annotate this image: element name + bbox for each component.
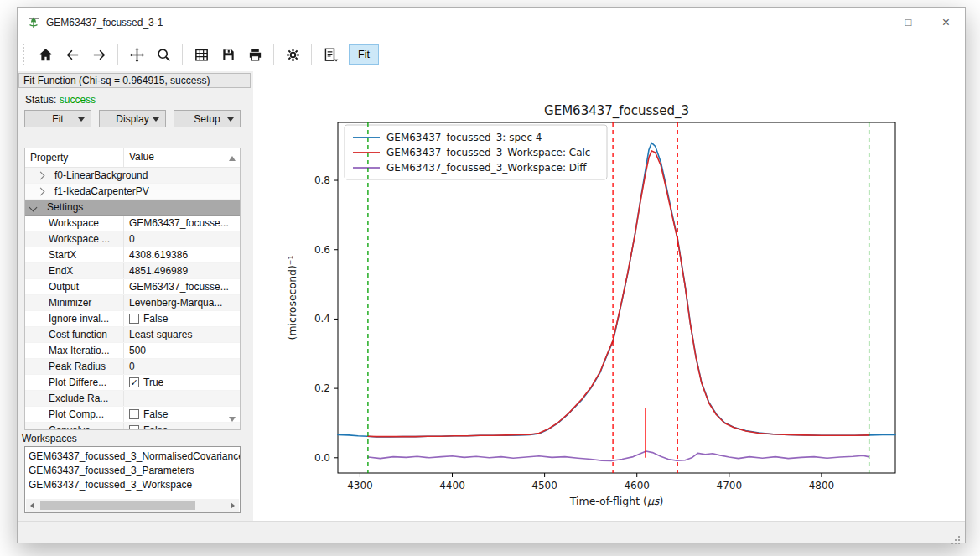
property-name: Peak Radius bbox=[25, 361, 123, 372]
forward-arrow-button[interactable] bbox=[86, 42, 111, 67]
function-row[interactable]: f1-IkedaCarpenterPV bbox=[25, 184, 240, 200]
print-button[interactable] bbox=[242, 42, 267, 67]
checkbox-unchecked-icon[interactable] bbox=[129, 314, 139, 324]
fit-function-dock: Fit Function (Chi-sq = 0.964915, success… bbox=[18, 71, 253, 522]
property-row[interactable]: StartX4308.619386 bbox=[25, 247, 240, 263]
property-row[interactable]: Workspace ...0 bbox=[25, 231, 240, 247]
property-column-header: Property bbox=[25, 152, 123, 164]
hscroll-thumb[interactable] bbox=[40, 501, 195, 510]
property-row[interactable]: Plot Comp...False bbox=[25, 407, 240, 423]
property-row[interactable]: Ignore inval...False bbox=[25, 311, 240, 327]
property-value-cell: GEM63437_focusse... bbox=[123, 279, 240, 294]
property-value: Levenberg-Marqua... bbox=[129, 297, 222, 309]
property-table-scrollbar[interactable] bbox=[226, 149, 239, 429]
fit-toggle-button[interactable]: Fit bbox=[349, 44, 379, 65]
maximize-button[interactable]: □ bbox=[889, 8, 927, 38]
forward-arrow-icon bbox=[91, 47, 107, 63]
display-dropdown-button[interactable]: Display bbox=[99, 110, 166, 127]
function-row[interactable]: f0-LinearBackground bbox=[25, 168, 240, 184]
property-value-cell: GEM63437_focusse... bbox=[123, 216, 240, 231]
print-icon bbox=[247, 47, 263, 63]
status-value: success bbox=[60, 94, 96, 106]
property-row[interactable]: Convolve ...False bbox=[25, 423, 240, 430]
generate-script-button[interactable] bbox=[318, 42, 343, 67]
plot-legend: GEM63437_focussed_3: spec 4GEM63437_focu… bbox=[345, 125, 607, 179]
workspaces-hscrollbar[interactable] bbox=[26, 499, 239, 512]
function-name: f0-LinearBackground bbox=[49, 169, 148, 181]
checkbox-checked-icon[interactable]: ✓ bbox=[129, 377, 139, 387]
workspaces-label: Workspaces bbox=[22, 433, 77, 444]
property-value-cell: False bbox=[123, 311, 240, 326]
back-arrow-button[interactable] bbox=[60, 42, 85, 67]
pan-button[interactable] bbox=[124, 42, 149, 67]
dropdown-caret-icon bbox=[78, 117, 85, 122]
fit-window: GEM63437_focussed_3-1 — □ × Fit Fit Func… bbox=[17, 7, 966, 543]
checkbox-unchecked-icon[interactable] bbox=[129, 409, 139, 419]
workspace-list-item[interactable]: GEM63437_focussed_3_NormalisedCovariance… bbox=[25, 449, 240, 464]
property-value: 0 bbox=[129, 233, 135, 245]
property-value: False bbox=[143, 313, 168, 325]
property-row[interactable]: Max Iteratio...500 bbox=[25, 343, 240, 359]
property-row[interactable]: OutputGEM63437_focusse... bbox=[25, 279, 240, 295]
legend-entry-2: GEM63437_focussed_3_Workspace: Diff bbox=[386, 162, 587, 174]
workspaces-list: GEM63437_focussed_3_NormalisedCovariance… bbox=[24, 446, 241, 513]
save-icon bbox=[220, 47, 236, 63]
property-row[interactable]: EndX4851.496989 bbox=[25, 263, 240, 279]
property-name: Max Iteratio... bbox=[25, 345, 123, 356]
setup-dropdown-button[interactable]: Setup bbox=[174, 110, 241, 127]
fit-status: Status: success bbox=[25, 94, 96, 106]
chevron-right-icon[interactable] bbox=[37, 171, 45, 179]
home-button[interactable] bbox=[33, 42, 58, 67]
dock-title[interactable]: Fit Function (Chi-sq = 0.964915, success… bbox=[18, 73, 251, 88]
scroll-left-icon[interactable] bbox=[30, 502, 34, 509]
toolbar-separator bbox=[273, 44, 274, 65]
zoom-button[interactable] bbox=[151, 42, 176, 67]
property-row[interactable]: MinimizerLevenberg-Marqua... bbox=[25, 295, 240, 311]
property-value: 500 bbox=[129, 345, 146, 356]
property-row[interactable]: Cost functionLeast squares bbox=[25, 327, 240, 343]
scroll-right-icon[interactable] bbox=[231, 502, 235, 509]
chevron-right-icon[interactable] bbox=[37, 187, 45, 195]
close-button[interactable]: × bbox=[927, 8, 965, 38]
checkbox-unchecked-icon[interactable] bbox=[129, 425, 139, 430]
property-value: 4851.496989 bbox=[129, 265, 188, 277]
workspace-list-item[interactable]: GEM63437_focussed_3_Parameters bbox=[25, 464, 240, 478]
mantid-logo-icon bbox=[26, 15, 41, 30]
scroll-up-icon[interactable] bbox=[229, 156, 236, 161]
settings-section-row[interactable]: Settings bbox=[25, 200, 240, 216]
property-row[interactable]: Peak Radius0 bbox=[25, 359, 240, 375]
property-name: Convolve ... bbox=[25, 424, 123, 430]
property-value: True bbox=[143, 377, 163, 388]
plot-toolbar: Fit bbox=[18, 38, 965, 72]
property-table-header: Property Value bbox=[25, 148, 240, 168]
chevron-down-icon[interactable] bbox=[29, 203, 38, 211]
toolbar-separator bbox=[182, 44, 183, 65]
save-button[interactable] bbox=[215, 42, 241, 67]
series-line-2 bbox=[368, 451, 869, 461]
property-row[interactable]: Plot Differe...✓True bbox=[25, 375, 240, 391]
property-value-cell: 0 bbox=[123, 231, 240, 247]
settings-gear-button[interactable] bbox=[280, 42, 305, 67]
property-row[interactable]: WorkspaceGEM63437_focusse... bbox=[25, 216, 240, 231]
toolbar-grip[interactable] bbox=[23, 44, 29, 65]
titlebar[interactable]: GEM63437_focussed_3-1 — □ × bbox=[18, 8, 965, 38]
minimize-button[interactable]: — bbox=[852, 8, 889, 38]
property-value: Least squares bbox=[129, 329, 192, 340]
y-tick-label: 0.0 bbox=[314, 452, 330, 464]
property-name: Plot Comp... bbox=[25, 408, 123, 420]
property-value: False bbox=[143, 408, 168, 420]
dropdown-caret-icon bbox=[153, 117, 159, 122]
property-name: Minimizer bbox=[25, 297, 123, 309]
resize-grip-icon[interactable] bbox=[958, 536, 960, 538]
legend-entry-0: GEM63437_focussed_3: spec 4 bbox=[386, 132, 542, 143]
property-value: GEM63437_focusse... bbox=[129, 217, 229, 229]
grid-button[interactable] bbox=[189, 42, 214, 67]
fit-plot-canvas[interactable]: 4300440045004600470048000.00.20.40.60.8G… bbox=[253, 71, 967, 523]
dropdown-label: Fit bbox=[52, 113, 63, 125]
scroll-down-icon[interactable] bbox=[229, 417, 236, 422]
property-row[interactable]: Exclude Ra... bbox=[25, 391, 240, 407]
workspace-list-item[interactable]: GEM63437_focussed_3_Workspace bbox=[25, 478, 240, 492]
fit-dropdown-button[interactable]: Fit bbox=[24, 110, 91, 127]
property-name: Ignore inval... bbox=[25, 313, 123, 325]
y-tick-label: 0.8 bbox=[314, 174, 330, 186]
